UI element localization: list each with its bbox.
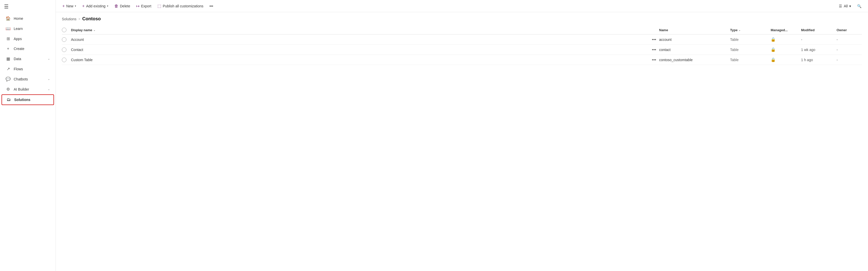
row-radio-0[interactable] [62,37,66,42]
managed-header: Managed... [771,28,801,32]
table-row[interactable]: Contact ••• contact Table 🔒 1 wk ago - [62,45,862,55]
row-display-name-1: Contact [71,48,649,52]
add-existing-label: Add existing [86,4,105,8]
sidebar-item-home[interactable]: 🏠Home [2,13,54,23]
chatbots-chevron-icon: ⌄ [48,77,50,81]
chatbots-label: Chatbots [14,77,28,81]
breadcrumb-separator: > [79,17,80,21]
new-icon: + [62,4,65,8]
apps-icon: ⊞ [6,36,11,41]
create-label: Create [14,47,24,51]
select-all-radio[interactable] [62,28,66,32]
sidebar-item-create[interactable]: +Create [2,44,54,54]
filter-button[interactable]: ☰ All ▾ [836,3,854,10]
row-owner-1: - [837,48,862,52]
breadcrumb-solutions[interactable]: Solutions [62,17,76,21]
sidebar-item-data[interactable]: ▦Data⌄ [2,54,54,64]
owner-header: Owner [837,28,862,32]
row-menu-2[interactable]: ••• [649,58,659,62]
data-chevron-icon: ⌄ [48,57,50,60]
export-label: Export [141,4,151,8]
row-select-1[interactable] [62,48,71,52]
more-button[interactable]: ••• [207,3,216,10]
breadcrumb: Solutions > Contoso [56,12,868,24]
apps-label: Apps [14,37,22,41]
ai-builder-chevron-icon: ⌄ [48,87,50,91]
row-managed-0: 🔒 [771,37,801,42]
row-managed-1: 🔒 [771,47,801,52]
learn-label: Learn [14,27,23,31]
row-owner-2: - [837,58,862,62]
export-button[interactable]: ↦ Export [133,2,154,10]
data-label: Data [14,57,21,61]
row-radio-1[interactable] [62,48,66,52]
name-header[interactable]: Name [659,28,730,32]
new-chevron: ▾ [75,5,76,7]
type-header[interactable]: Type ⌄ [730,28,771,32]
modified-label: Modified [801,28,814,32]
solutions-icon: 🗂 [6,98,11,102]
flows-label: Flows [14,67,23,71]
delete-button[interactable]: 🗑 Delete [112,2,132,10]
create-icon: + [6,47,11,51]
sidebar-item-flows[interactable]: ↗Flows [2,64,54,74]
modified-header: Modified [801,28,837,32]
publish-label: Publish all customizations [163,4,203,8]
data-icon: ▦ [6,56,11,61]
row-modified-0: - [801,37,837,42]
table-row[interactable]: Account ••• account Table 🔒 - - [62,34,862,45]
sidebar: ☰ 🏠Home📖Learn⊞Apps+Create▦Data⌄↗Flows💬Ch… [0,0,56,271]
new-button[interactable]: + New ▾ [60,2,79,10]
display-name-label: Display name [71,28,92,32]
row-type-1: Table [730,48,771,52]
filter-label: All [844,4,848,8]
search-icon: 🔍 [857,4,861,8]
row-name-1: contact [659,48,730,52]
row-menu-0[interactable]: ••• [649,37,659,42]
sidebar-item-apps[interactable]: ⊞Apps [2,34,54,44]
row-display-name-2: Custom Table [71,58,649,62]
type-sort-icon: ⌄ [739,29,741,31]
display-name-sort-icon: ⌄ [93,29,95,31]
row-menu-1[interactable]: ••• [649,48,659,52]
type-label: Type [730,28,738,32]
export-icon: ↦ [136,4,140,8]
owner-label: Owner [837,28,847,32]
ai-builder-label: AI Builder [14,87,29,91]
main-content: + New ▾ + Add existing ▾ 🗑 Delete ↦ Expo… [56,0,868,271]
display-name-header[interactable]: Display name ⌄ [71,28,649,32]
row-radio-2[interactable] [62,58,66,62]
home-label: Home [14,17,23,21]
filter-icon: ☰ [839,4,842,8]
hamburger-menu[interactable]: ☰ [0,0,56,13]
row-type-0: Table [730,37,771,42]
sidebar-item-chatbots[interactable]: 💬Chatbots⌄ [2,74,54,84]
delete-label: Delete [120,4,130,8]
sidebar-item-learn[interactable]: 📖Learn [2,24,54,33]
breadcrumb-current: Contoso [83,16,101,22]
sidebar-item-ai-builder[interactable]: ⚙AI Builder⌄ [2,84,54,94]
name-label: Name [659,28,668,32]
row-name-0: account [659,37,730,42]
learn-icon: 📖 [6,26,11,31]
table-row[interactable]: Custom Table ••• contoso_customtable Tab… [62,55,862,65]
delete-icon: 🗑 [114,4,118,8]
sidebar-item-solutions[interactable]: 🗂Solutions [2,94,54,105]
toolbar: + New ▾ + Add existing ▾ 🗑 Delete ↦ Expo… [56,0,868,12]
table-header: Display name ⌄ Name Type ⌄ Managed... Mo… [62,26,862,34]
row-owner-0: - [837,37,862,42]
row-modified-1: 1 wk ago [801,48,837,52]
row-modified-2: 1 h ago [801,58,837,62]
search-button[interactable]: 🔍 [855,3,864,10]
chatbots-icon: 💬 [6,77,11,81]
select-all-col [62,28,71,32]
new-label: New [66,4,73,8]
add-existing-button[interactable]: + Add existing ▾ [80,2,111,10]
publish-button[interactable]: ⬚ Publish all customizations [155,2,206,10]
home-icon: 🏠 [6,16,11,21]
managed-label: Managed... [771,28,788,32]
row-name-2: contoso_customtable [659,58,730,62]
row-select-0[interactable] [62,37,71,42]
row-select-2[interactable] [62,58,71,62]
flows-icon: ↗ [6,66,11,71]
